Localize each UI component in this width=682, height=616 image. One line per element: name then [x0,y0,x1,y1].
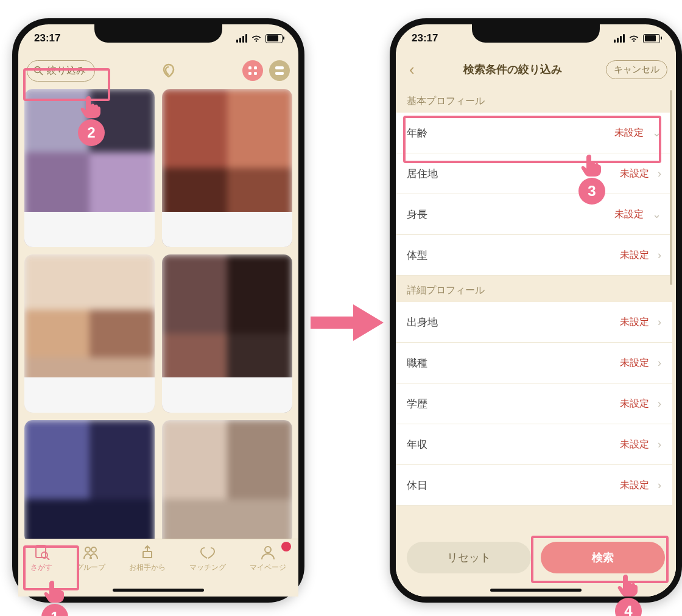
notch [472,23,600,43]
filter-row-label: 休日 [407,478,427,492]
filter-row-value: 未設定 [620,397,649,410]
grid-view-button[interactable] [242,60,263,81]
filter-row[interactable]: 学歴未設定› [396,383,672,424]
svg-rect-24 [162,254,227,334]
app-logo-icon [158,60,180,82]
home-indicator[interactable] [113,589,204,592]
svg-rect-20 [24,310,90,357]
status-time: 23:17 [412,32,438,44]
scrollbar-thumb[interactable] [670,90,672,285]
tab-label: さがす [30,562,52,573]
filter-button-label: 絞り込み [47,65,86,75]
svg-rect-33 [162,420,227,499]
phone-browse-screen: 23:17 絞り込み さがす グループ お相手から マッチング マイページ [12,18,304,603]
filter-row-label: 年収 [407,438,427,452]
profile-card[interactable] [162,89,292,247]
filter-row-label: 身長 [407,208,427,222]
cell-signal-icon [614,34,625,43]
back-button[interactable]: ‹ [404,60,420,79]
filter-row-value: 未設定 [620,249,649,262]
list-view-button[interactable] [269,60,290,81]
svg-point-40 [91,547,96,552]
section-header: 基本プロフィール [396,86,672,113]
filter-scroll[interactable]: 基本プロフィール年齢未設定⌄居住地未設定›身長未設定⌄体型未設定›詳細プロフィー… [396,86,672,542]
filter-row-label: 居住地 [407,167,438,181]
status-time: 23:17 [34,32,60,44]
battery-icon [643,34,660,43]
filter-row-value: 未設定 [620,357,649,369]
filter-row-value: 未設定 [620,167,649,180]
callout-pointer-2: 2 [78,97,105,146]
reset-button[interactable]: リセット [407,542,531,573]
chevron-right-icon: › [658,167,661,180]
svg-point-39 [85,547,90,552]
filter-row[interactable]: 体型未設定› [396,235,672,276]
filter-button[interactable]: 絞り込み [27,60,95,82]
filter-row[interactable]: 年齢未設定⌄ [396,113,672,153]
filter-row[interactable]: 年収未設定› [396,424,672,465]
tab-group[interactable]: グループ [76,544,105,573]
tab-mypage[interactable]: マイページ [250,544,286,573]
filter-row-label: 学歴 [407,397,427,411]
profile-card[interactable] [24,254,155,413]
profile-card[interactable] [162,420,292,542]
tab-label: マイページ [250,562,286,573]
svg-rect-21 [90,310,155,357]
svg-rect-36 [36,545,46,558]
arrow-icon [311,298,384,347]
home-indicator[interactable] [490,589,582,592]
tab-label: マッチング [189,562,226,573]
top-bar: 絞り込み [18,52,298,89]
filter-row-value: 未設定 [620,316,649,329]
filter-row-label: 職種 [407,356,427,370]
wifi-icon [628,34,639,43]
callout-number: 4 [615,598,642,616]
tab-from-partner[interactable]: お相手から [129,544,166,573]
profile-card[interactable] [24,420,155,542]
filter-header: ‹ 検索条件の絞り込み キャンセル [396,52,676,86]
cell-signal-icon [236,34,247,43]
filter-row[interactable]: 居住地未設定› [396,153,672,194]
callout-pointer-4: 4 [615,576,642,616]
tab-search[interactable]: さがす [30,544,52,573]
svg-line-38 [47,558,49,560]
filter-row-label: 出身地 [407,315,438,329]
svg-rect-25 [227,254,292,334]
svg-rect-34 [227,420,292,499]
filter-row-value: 未設定 [614,127,644,139]
profile-grid[interactable] [24,89,292,542]
chevron-down-icon: ⌄ [652,126,661,139]
svg-rect-2 [248,66,251,69]
callout-pointer-1: 1 [41,582,68,616]
callout-pointer-3: 3 [578,156,605,205]
filter-row[interactable]: 身長未設定⌄ [396,194,672,235]
filter-row[interactable]: 休日未設定› [396,465,672,506]
profile-card[interactable] [162,254,292,413]
tab-matching[interactable]: マッチング [189,544,226,573]
battery-icon [265,34,283,43]
callout-number: 3 [578,178,605,205]
search-button[interactable]: 検索 [541,542,665,573]
callout-number: 1 [41,604,68,616]
tab-label: お相手から [129,562,166,573]
filter-row[interactable]: 職種未設定› [396,343,672,383]
phone-filter-screen: 23:17 ‹ 検索条件の絞り込み キャンセル 基本プロフィール年齢未設定⌄居住… [390,18,682,603]
svg-point-0 [35,67,41,73]
chevron-right-icon: › [658,438,661,451]
filter-row-label: 年齢 [407,126,427,140]
svg-rect-30 [90,420,155,499]
svg-rect-19 [24,254,155,310]
svg-rect-7 [275,72,284,75]
filter-row-value: 未設定 [614,208,644,221]
callout-number: 2 [78,119,105,146]
notification-badge-icon [281,542,291,551]
svg-rect-6 [275,66,284,69]
filter-row-value: 未設定 [620,438,649,451]
chevron-right-icon: › [658,249,661,262]
filter-row[interactable]: 出身地未設定› [396,302,672,343]
cancel-button[interactable]: キャンセル [606,60,667,79]
chevron-right-icon: › [658,397,661,410]
filter-row-label: 体型 [407,248,427,262]
search-icon [33,66,43,75]
svg-line-1 [40,72,43,75]
